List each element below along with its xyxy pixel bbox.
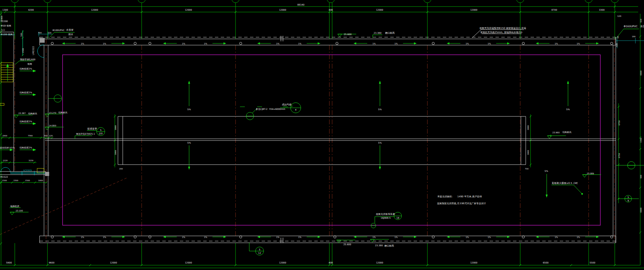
annotation-text: 2900: [2, 135, 7, 137]
annotation-text: 23.960: [553, 131, 560, 134]
annotation-text: LC1515: [23, 169, 32, 172]
annotation-text: 60: [617, 36, 619, 38]
annotation-text: 3300: [599, 9, 605, 11]
annotation-text: 12000: [470, 261, 478, 264]
cad-canvas[interactable]: 1%1%1%1%1%1%1%1%1%1%1%1%1%1%1%1%1%1%1%1%…: [0, 0, 644, 270]
annotation-text: 12000: [470, 9, 478, 11]
slope-1pct-label: 1%: [466, 236, 469, 238]
annotation-text: 12000: [91, 9, 98, 11]
annotation-text: 5900: [6, 261, 12, 264]
slope-1pct-label: 1%: [182, 42, 185, 45]
annotation-text: Φ100Ⅰ 铁网: [1, 33, 13, 36]
annotation-text: 25.600: [344, 33, 352, 36]
annotation-text: 屋面天沟末端预埋Φ150 钢管做溢流口,末端: [479, 27, 526, 30]
bubble-bottom-text: 18: [396, 217, 399, 219]
annotation-text: 结构标高: [563, 131, 572, 134]
annotation-text: 雨水: [68, 33, 73, 36]
annotation-text: 6750: [618, 121, 620, 125]
slope-1pct-label: 1%: [182, 236, 185, 238]
annotation-text: 1500: [2, 179, 7, 181]
annotation-text: 23.380: [374, 32, 382, 34]
slope-1pct-label: 1%: [372, 42, 376, 45]
bubble-bottom-text: 4: [295, 108, 296, 111]
annotation-text: 5%: [545, 170, 548, 173]
annotation-text: 结构找坡2%: [20, 68, 32, 70]
slope-1pct-label: 1%: [81, 236, 84, 238]
annotation-text: 920: [640, 19, 642, 22]
annotation-text: M1522: [0, 176, 8, 178]
annotation-text: 做法详见07J925-1: [76, 133, 95, 135]
annotation-text: 120: [617, 15, 621, 17]
annotation-text: 铁网: [27, 63, 32, 65]
annotation-text: 500: [20, 33, 22, 37]
slope-1pct-label: 1%: [81, 42, 84, 45]
annotation-text: 1500: [22, 48, 24, 53]
annotation-text: 入口: [1, 29, 5, 31]
annotation-text: 6600: [640, 71, 642, 75]
drawing-background: [0, 0, 644, 270]
annotation-text: 300: [44, 135, 48, 137]
annotation-text: 结构标高: [28, 112, 37, 115]
annotation-text: 5%: [187, 108, 191, 111]
annotation-text: 23.100: [16, 209, 23, 212]
slope-1pct-label: 1%: [488, 236, 491, 238]
annotation-text: 3000: [527, 150, 529, 155]
annotation-text: 9600: [49, 261, 55, 264]
annotation-text: YX4=6000mm: [269, 108, 285, 111]
annotation-text: 7560: [28, 135, 33, 137]
annotation-text: 12000: [376, 9, 383, 11]
annotation-text: 彩板耐火极限≥0.5 小时: [552, 182, 578, 185]
bubble-top-text: 5: [100, 129, 101, 132]
annotation-text: 200: [119, 168, 123, 170]
annotation-text: 120: [49, 135, 53, 137]
annotation-text: 400: [329, 261, 333, 264]
annotation-text: 参见CJBT-2: [256, 108, 268, 111]
annotation-text: 8700: [552, 9, 557, 11]
fire-note-dot: [581, 193, 583, 195]
annex-corner-column: [45, 172, 49, 176]
annotation-text: 6750: [618, 153, 620, 158]
annotation-text: 3230: [29, 159, 33, 162]
cad-drawing: 1%1%1%1%1%1%1%1%1%1%1%1%1%1%1%1%1%1%1%1%…: [0, 0, 644, 270]
annotation-text: 1500: [25, 179, 30, 181]
bubble-bottom-text: 9: [627, 199, 629, 202]
annotation-text: 5%: [378, 142, 382, 144]
annotation-text: 24.800: [49, 124, 56, 127]
annotation-text: 3000: [114, 150, 117, 155]
annotation-text: 23.387: [19, 112, 26, 114]
annotation-text: Φ100UPVC: [52, 29, 65, 32]
slope-1pct-label: 1%: [555, 42, 558, 45]
annotation-text: 400: [38, 32, 42, 34]
annotation-text: 双坡屋脊: [87, 127, 97, 130]
annotation-text: 700: [525, 168, 529, 170]
slope-1pct-label: 1%: [394, 236, 398, 238]
bubble-top-text: 5: [627, 196, 629, 199]
bubble-bottom-text: 12: [258, 252, 261, 255]
slope-1pct-label: 1%: [466, 42, 469, 45]
slope-1pct-label: 1%: [204, 42, 207, 45]
annotation-text: 12000: [185, 261, 192, 264]
bubble-top-text: 5: [259, 248, 260, 251]
annotation-text: 400: [329, 9, 333, 11]
annotation-text: 3000: [114, 125, 117, 130]
annotation-text: 900: [640, 175, 642, 178]
annotation-text: 12000: [110, 261, 117, 264]
slope-1pct-label: 1%: [577, 42, 580, 45]
slope-1pct-label: 1%: [555, 236, 558, 238]
annotation-text: 6600: [640, 208, 642, 212]
slope-1pct-label: 1%: [276, 236, 280, 238]
annotation-text: 5%: [187, 142, 191, 144]
annotation-text: 1800: [38, 179, 43, 181]
annotation-text: 1490 平方米,用户自理: [457, 195, 482, 198]
annotation-text: Φ160UPVC: [624, 25, 638, 28]
annotation-text: LM1522: [32, 46, 35, 55]
annotation-text: 12000: [279, 261, 286, 264]
slope-1pct-label: 1%: [298, 42, 302, 45]
annotation-text: 3000: [527, 125, 529, 130]
annotation-text: 结构找坡2%: [20, 120, 32, 123]
annotation-text: 12000: [279, 9, 286, 11]
slope-1pct-label: 1%: [103, 42, 106, 45]
annotation-text: 屋面光伏板安装参: [376, 213, 395, 216]
annotation-text: 12000: [376, 261, 383, 264]
slope-1pct-label: 1%: [103, 236, 106, 238]
